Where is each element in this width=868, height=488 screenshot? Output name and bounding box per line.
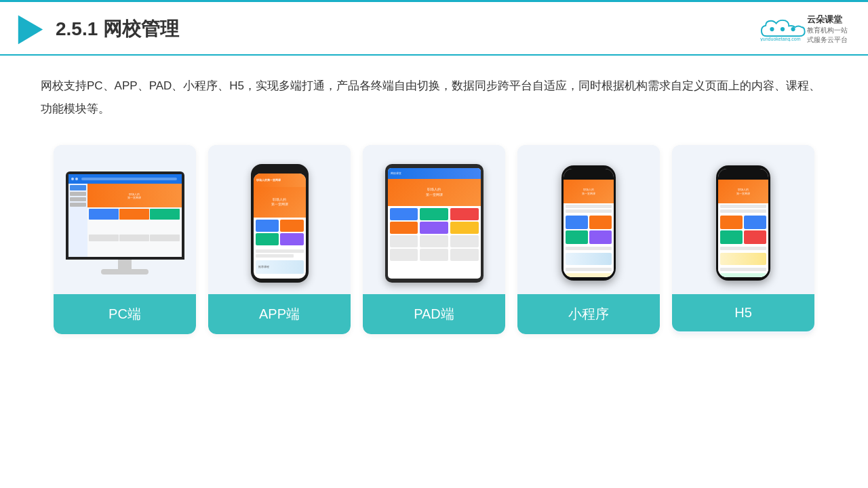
phone-notch-inner: [581, 175, 596, 178]
pad-tablet-mockup: 网校课堂 职场人的第一堂网课: [385, 164, 484, 283]
svg-point-1: [770, 27, 774, 31]
header-left: 2.5.1 网校管理: [14, 12, 179, 46]
description-text: 网校支持PC、APP、PAD、小程序、H5，实现多端打通，产品各终端自由切换，数…: [0, 56, 868, 131]
brand-name: 云朵课堂: [807, 14, 842, 26]
device-cards-container: 职场人的第一堂网课: [0, 131, 868, 354]
miniapp-phone-mockup: 职场人的第一堂网课: [561, 165, 616, 281]
card-miniapp-image: 职场人的第一堂网课: [517, 145, 660, 294]
card-miniapp-label: 小程序: [517, 294, 660, 334]
title-text: 网校管理: [103, 18, 179, 39]
card-app-image: 职场人的第一堂网课 职场人的第一堂网课: [208, 145, 351, 294]
card-app: 职场人的第一堂网课 职场人的第一堂网课: [208, 145, 351, 334]
card-h5-label: H5: [672, 294, 814, 331]
page-title: 2.5.1 网校管理: [56, 16, 179, 42]
app-phone-mockup: 职场人的第一堂网课 职场人的第一堂网课: [251, 164, 309, 283]
card-app-label: APP端: [208, 294, 351, 334]
svg-point-2: [781, 27, 785, 31]
card-pad-label: PAD端: [363, 294, 505, 334]
h5-phone-mockup: 职场人的第一堂网课: [716, 165, 770, 281]
card-pad-image: 网校课堂 职场人的第一堂网课: [363, 145, 505, 294]
svg-text:yunduoketang.com: yunduoketang.com: [760, 37, 800, 41]
card-pad: 网校课堂 职场人的第一堂网课: [363, 145, 505, 334]
brand-icon: yunduoketang.com 云朵课堂 教育机构一站 式服务云平台: [755, 14, 848, 45]
card-h5-image: 职场人的第一堂网课: [672, 145, 814, 294]
nav-dot: [71, 178, 74, 180]
pc-monitor-mockup: 职场人的第一堂网课: [66, 171, 184, 274]
nav-dot: [75, 178, 78, 180]
card-h5: 职场人的第一堂网课: [672, 145, 814, 334]
brand-logo: yunduoketang.com 云朵课堂 教育机构一站 式服务云平台: [755, 14, 848, 45]
card-pc: 职场人的第一堂网课: [54, 145, 196, 334]
svg-marker-0: [18, 16, 43, 45]
play-logo-icon: [14, 12, 47, 46]
svg-point-3: [791, 27, 795, 31]
card-pc-image: 职场人的第一堂网课: [54, 145, 196, 294]
header: 2.5.1 网校管理 yunduoketang.com 云朵课堂 教育机构一站 …: [0, 0, 868, 56]
card-miniapp: 职场人的第一堂网课: [517, 145, 660, 334]
phone-notch: [270, 168, 289, 172]
description-paragraph: 网校支持PC、APP、PAD、小程序、H5，实现多端打通，产品各终端自由切换，数…: [41, 75, 827, 121]
top-accent-line: [0, 0, 868, 2]
phone-notch-inner: [736, 175, 751, 178]
card-pc-label: PC端: [54, 294, 196, 334]
brand-slogan: 教育机构一站 式服务云平台: [807, 26, 848, 45]
section-number: 2.5.1: [56, 18, 98, 39]
